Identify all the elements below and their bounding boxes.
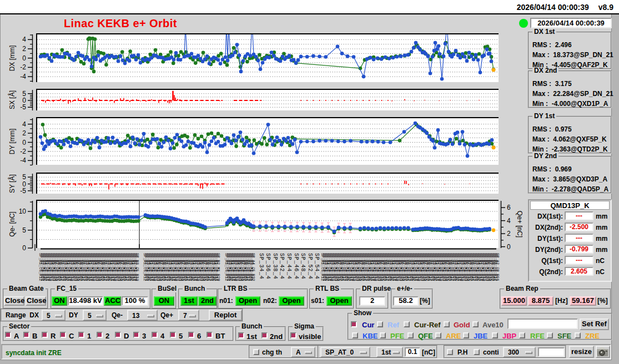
svg-text:6: 6	[507, 204, 511, 211]
svg-text:-4: -4	[20, 73, 26, 80]
svg-text:-2: -2	[20, 63, 26, 71]
svg-text:0: 0	[22, 54, 26, 62]
svg-text:SP_A4_C5_R32: SP_A4_C5_R32	[251, 253, 255, 281]
svg-text:2: 2	[22, 45, 26, 53]
svg-text:2: 2	[22, 129, 26, 137]
svg-text:DY [mm]: DY [mm]	[8, 129, 16, 154]
svg-text:DX [mm]: DX [mm]	[8, 46, 16, 72]
svg-text:4: 4	[507, 217, 511, 225]
svg-text:10: 10	[19, 208, 27, 215]
svg-text:0: 0	[22, 139, 26, 146]
svg-text:-5: -5	[20, 103, 26, 111]
svg-text:SP_34_4: SP_34_4	[258, 253, 264, 280]
svg-text:-5: -5	[20, 187, 26, 195]
svg-text:SP_44_4: SP_44_4	[286, 253, 292, 280]
svg-text:SP_54_4: SP_54_4	[314, 253, 320, 280]
svg-text:SP_36_4: SP_36_4	[265, 253, 271, 280]
svg-text:5: 5	[22, 226, 26, 234]
svg-text:SP_42_4: SP_42_4	[279, 253, 285, 280]
svg-text:4: 4	[22, 120, 26, 128]
svg-text:0: 0	[507, 243, 511, 251]
svg-text:4: 4	[22, 36, 26, 43]
svg-text:SY [Å]: SY [Å]	[8, 174, 16, 193]
svg-text:SP_38_4: SP_38_4	[272, 253, 278, 280]
svg-text:SX [Å]: SX [Å]	[8, 90, 16, 109]
svg-text:Qe- [nC]: Qe- [nC]	[8, 211, 16, 236]
svg-text:SP_B2_M1_R28: SP_B2_M1_R28	[216, 253, 220, 281]
svg-text:SP_52_4: SP_52_4	[307, 253, 313, 280]
svg-text:0: 0	[22, 244, 26, 252]
svg-text:SP_B3_C5_R19: SP_B3_C5_R19	[135, 253, 139, 281]
svg-text:-4: -4	[20, 156, 26, 164]
svg-text:-2: -2	[20, 148, 26, 155]
svg-text:SP_A2_C8_R01: SP_A2_C8_R01	[495, 253, 500, 281]
svg-text:SP_46_4: SP_46_4	[293, 253, 299, 280]
svg-text:SP_48_4: SP_48_4	[300, 253, 306, 280]
svg-text:Qe+ [nC]: Qe+ [nC]	[516, 211, 522, 237]
svg-text:2: 2	[507, 230, 511, 237]
